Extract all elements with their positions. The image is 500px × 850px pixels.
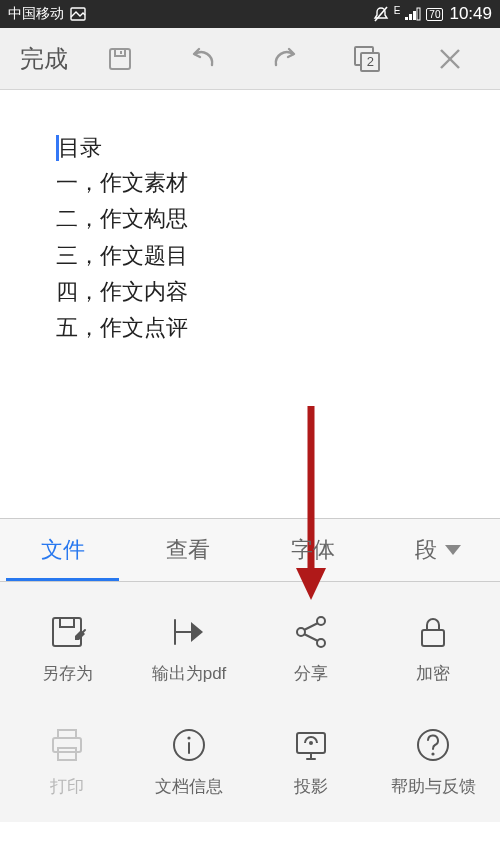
chevron-down-icon bbox=[445, 545, 461, 555]
silent-icon bbox=[372, 6, 390, 22]
pages-button[interactable]: 2 bbox=[327, 28, 407, 89]
doc-line: 三，作文题目 bbox=[56, 238, 470, 274]
save-as-icon bbox=[47, 612, 87, 652]
print-icon bbox=[47, 725, 87, 765]
tab-view[interactable]: 查看 bbox=[125, 519, 250, 581]
lock-icon bbox=[413, 612, 453, 652]
svg-line-18 bbox=[304, 623, 318, 630]
battery-level: 70 bbox=[426, 8, 443, 21]
action-label: 加密 bbox=[416, 662, 450, 685]
action-label: 投影 bbox=[294, 775, 328, 798]
svg-rect-2 bbox=[405, 17, 408, 20]
undo-button[interactable] bbox=[162, 28, 242, 89]
signal-icon bbox=[404, 7, 422, 21]
tab-label: 字体 bbox=[291, 535, 335, 565]
svg-rect-14 bbox=[60, 618, 74, 627]
print-button[interactable]: 打印 bbox=[6, 725, 128, 798]
page-count: 2 bbox=[360, 52, 380, 72]
tab-label: 文件 bbox=[41, 535, 85, 565]
document-canvas[interactable]: 目录 一，作文素材 二，作文构思 三，作文题目 四，作文内容 五，作文点评 bbox=[0, 90, 500, 518]
svg-point-32 bbox=[431, 752, 434, 755]
help-icon bbox=[413, 725, 453, 765]
gallery-icon bbox=[70, 7, 86, 21]
doc-info-button[interactable]: 文档信息 bbox=[128, 725, 250, 798]
action-label: 打印 bbox=[50, 775, 84, 798]
svg-rect-21 bbox=[58, 730, 76, 738]
share-button[interactable]: 分享 bbox=[250, 612, 372, 685]
bottom-tab-bar: 文件 查看 字体 段 bbox=[0, 518, 500, 582]
action-label: 另存为 bbox=[42, 662, 93, 685]
pages-icon: 2 bbox=[354, 46, 380, 72]
save-button[interactable] bbox=[80, 28, 160, 89]
svg-rect-23 bbox=[58, 748, 76, 760]
export-icon bbox=[169, 612, 209, 652]
save-as-button[interactable]: 另存为 bbox=[6, 612, 128, 685]
tab-paragraph[interactable]: 段 bbox=[375, 519, 500, 581]
action-label: 分享 bbox=[294, 662, 328, 685]
encrypt-button[interactable]: 加密 bbox=[372, 612, 494, 685]
file-actions-panel: 另存为 输出为pdf 分享 加密 打印 文档信息 投影 帮助与反 bbox=[0, 582, 500, 822]
help-button[interactable]: 帮助与反馈 bbox=[372, 725, 494, 798]
status-bar: 中国移动 E 70 10:49 bbox=[0, 0, 500, 28]
doc-line: 四，作文内容 bbox=[56, 274, 470, 310]
svg-rect-4 bbox=[413, 11, 416, 20]
doc-line: 二，作文构思 bbox=[56, 201, 470, 237]
tab-label: 查看 bbox=[166, 535, 210, 565]
svg-point-28 bbox=[309, 741, 313, 745]
svg-point-25 bbox=[187, 736, 190, 739]
tab-font[interactable]: 字体 bbox=[250, 519, 375, 581]
action-label: 输出为pdf bbox=[152, 662, 227, 685]
carrier-label: 中国移动 bbox=[8, 5, 64, 23]
svg-rect-20 bbox=[422, 630, 444, 646]
doc-line: 五，作文点评 bbox=[56, 310, 470, 346]
network-type: E bbox=[394, 5, 401, 16]
svg-line-19 bbox=[304, 634, 318, 641]
tab-label: 段 bbox=[415, 535, 437, 565]
info-icon bbox=[169, 725, 209, 765]
svg-rect-5 bbox=[417, 8, 420, 20]
project-button[interactable]: 投影 bbox=[250, 725, 372, 798]
tab-file[interactable]: 文件 bbox=[0, 519, 125, 581]
close-button[interactable] bbox=[410, 28, 490, 89]
clock: 10:49 bbox=[449, 4, 492, 24]
export-pdf-button[interactable]: 输出为pdf bbox=[128, 612, 250, 685]
doc-title: 目录 bbox=[58, 130, 102, 165]
action-label: 文档信息 bbox=[155, 775, 223, 798]
share-icon bbox=[291, 612, 331, 652]
redo-button[interactable] bbox=[245, 28, 325, 89]
svg-rect-3 bbox=[409, 14, 412, 20]
project-icon bbox=[291, 725, 331, 765]
doc-line: 一，作文素材 bbox=[56, 165, 470, 201]
svg-rect-13 bbox=[53, 618, 81, 646]
done-button[interactable]: 完成 bbox=[10, 35, 78, 83]
action-label: 帮助与反馈 bbox=[391, 775, 476, 798]
editor-toolbar: 完成 2 bbox=[0, 28, 500, 90]
